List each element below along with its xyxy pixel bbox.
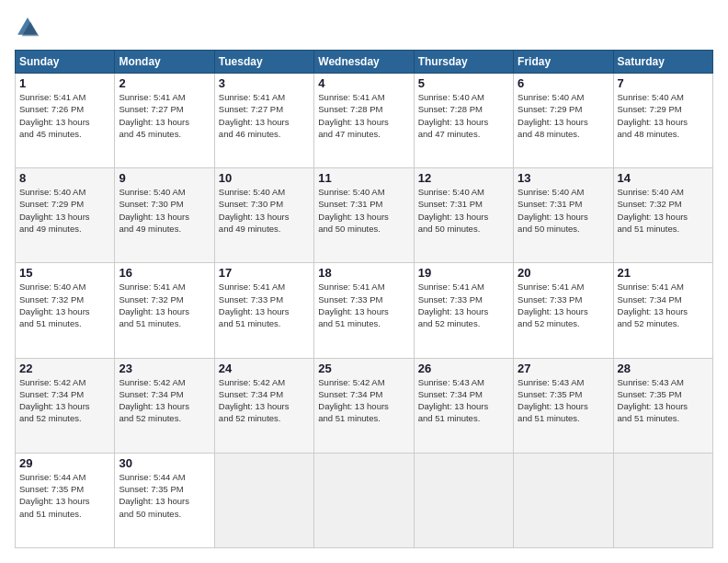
day-number: 11 bbox=[318, 171, 409, 185]
day-info: Sunrise: 5:44 AM Sunset: 7:35 PM Dayligh… bbox=[119, 471, 210, 520]
calendar-cell: 22Sunrise: 5:42 AM Sunset: 7:34 PM Dayli… bbox=[16, 358, 115, 453]
day-info: Sunrise: 5:41 AM Sunset: 7:27 PM Dayligh… bbox=[219, 91, 310, 140]
calendar-cell: 13Sunrise: 5:40 AM Sunset: 7:31 PM Dayli… bbox=[514, 168, 613, 263]
day-number: 15 bbox=[19, 266, 110, 280]
calendar-cell: 14Sunrise: 5:40 AM Sunset: 7:32 PM Dayli… bbox=[613, 168, 712, 263]
day-info: Sunrise: 5:42 AM Sunset: 7:34 PM Dayligh… bbox=[119, 376, 210, 425]
day-number: 23 bbox=[119, 362, 210, 375]
day-info: Sunrise: 5:41 AM Sunset: 7:27 PM Dayligh… bbox=[119, 91, 210, 140]
day-info: Sunrise: 5:40 AM Sunset: 7:28 PM Dayligh… bbox=[418, 91, 509, 140]
day-header-monday: Monday bbox=[115, 51, 214, 74]
day-number: 17 bbox=[219, 266, 310, 280]
day-number: 1 bbox=[19, 76, 110, 90]
calendar-table: SundayMondayTuesdayWednesdayThursdayFrid… bbox=[15, 50, 713, 548]
calendar-cell: 19Sunrise: 5:41 AM Sunset: 7:33 PM Dayli… bbox=[414, 263, 513, 358]
day-number: 12 bbox=[418, 171, 509, 185]
day-info: Sunrise: 5:43 AM Sunset: 7:35 PM Dayligh… bbox=[618, 376, 709, 425]
day-header-tuesday: Tuesday bbox=[214, 51, 313, 74]
day-header-thursday: Thursday bbox=[414, 51, 513, 74]
day-number: 28 bbox=[618, 362, 709, 375]
calendar-week-2: 8Sunrise: 5:40 AM Sunset: 7:29 PM Daylig… bbox=[16, 168, 713, 263]
calendar-cell: 4Sunrise: 5:41 AM Sunset: 7:28 PM Daylig… bbox=[314, 74, 414, 168]
day-number: 14 bbox=[618, 171, 709, 185]
calendar-cell: 5Sunrise: 5:40 AM Sunset: 7:28 PM Daylig… bbox=[414, 74, 513, 168]
calendar-week-1: 1Sunrise: 5:41 AM Sunset: 7:26 PM Daylig… bbox=[16, 74, 713, 168]
day-number: 13 bbox=[518, 171, 609, 185]
calendar-cell: 1Sunrise: 5:41 AM Sunset: 7:26 PM Daylig… bbox=[16, 74, 115, 168]
day-number: 9 bbox=[119, 171, 210, 185]
calendar-cell: 7Sunrise: 5:40 AM Sunset: 7:29 PM Daylig… bbox=[613, 74, 712, 168]
day-number: 7 bbox=[618, 76, 709, 90]
day-info: Sunrise: 5:41 AM Sunset: 7:28 PM Dayligh… bbox=[318, 91, 409, 140]
day-info: Sunrise: 5:41 AM Sunset: 7:33 PM Dayligh… bbox=[518, 281, 609, 329]
calendar-week-3: 15Sunrise: 5:40 AM Sunset: 7:32 PM Dayli… bbox=[16, 263, 713, 358]
calendar-week-5: 29Sunrise: 5:44 AM Sunset: 7:35 PM Dayli… bbox=[16, 453, 713, 547]
day-info: Sunrise: 5:43 AM Sunset: 7:35 PM Dayligh… bbox=[518, 376, 609, 425]
day-info: Sunrise: 5:40 AM Sunset: 7:31 PM Dayligh… bbox=[418, 186, 509, 235]
calendar-cell bbox=[613, 453, 712, 547]
day-info: Sunrise: 5:42 AM Sunset: 7:34 PM Dayligh… bbox=[219, 376, 310, 425]
day-number: 30 bbox=[119, 456, 210, 470]
calendar-cell bbox=[214, 453, 313, 547]
header-row: SundayMondayTuesdayWednesdayThursdayFrid… bbox=[16, 51, 713, 74]
calendar-cell: 12Sunrise: 5:40 AM Sunset: 7:31 PM Dayli… bbox=[414, 168, 513, 263]
day-header-wednesday: Wednesday bbox=[314, 51, 414, 74]
day-info: Sunrise: 5:40 AM Sunset: 7:30 PM Dayligh… bbox=[219, 186, 310, 235]
calendar-cell: 27Sunrise: 5:43 AM Sunset: 7:35 PM Dayli… bbox=[514, 358, 613, 453]
calendar-cell: 15Sunrise: 5:40 AM Sunset: 7:32 PM Dayli… bbox=[16, 263, 115, 358]
day-info: Sunrise: 5:40 AM Sunset: 7:31 PM Dayligh… bbox=[518, 186, 609, 235]
logo bbox=[15, 15, 44, 40]
day-info: Sunrise: 5:40 AM Sunset: 7:32 PM Dayligh… bbox=[618, 186, 709, 235]
day-info: Sunrise: 5:40 AM Sunset: 7:29 PM Dayligh… bbox=[518, 91, 609, 140]
calendar-cell: 24Sunrise: 5:42 AM Sunset: 7:34 PM Dayli… bbox=[214, 358, 313, 453]
header bbox=[15, 15, 713, 40]
day-number: 10 bbox=[219, 171, 310, 185]
day-number: 16 bbox=[119, 266, 210, 280]
day-info: Sunrise: 5:40 AM Sunset: 7:29 PM Dayligh… bbox=[19, 186, 110, 235]
day-info: Sunrise: 5:41 AM Sunset: 7:34 PM Dayligh… bbox=[618, 281, 709, 329]
day-info: Sunrise: 5:43 AM Sunset: 7:34 PM Dayligh… bbox=[418, 376, 509, 425]
calendar-cell: 11Sunrise: 5:40 AM Sunset: 7:31 PM Dayli… bbox=[314, 168, 414, 263]
calendar-cell: 28Sunrise: 5:43 AM Sunset: 7:35 PM Dayli… bbox=[613, 358, 712, 453]
day-info: Sunrise: 5:41 AM Sunset: 7:33 PM Dayligh… bbox=[318, 281, 409, 329]
day-number: 21 bbox=[618, 266, 709, 280]
day-number: 29 bbox=[19, 456, 110, 470]
day-number: 3 bbox=[219, 76, 310, 90]
day-info: Sunrise: 5:41 AM Sunset: 7:26 PM Dayligh… bbox=[19, 91, 110, 140]
day-info: Sunrise: 5:40 AM Sunset: 7:31 PM Dayligh… bbox=[318, 186, 409, 235]
calendar-cell: 20Sunrise: 5:41 AM Sunset: 7:33 PM Dayli… bbox=[514, 263, 613, 358]
day-number: 2 bbox=[119, 76, 210, 90]
day-info: Sunrise: 5:40 AM Sunset: 7:29 PM Dayligh… bbox=[618, 91, 709, 140]
day-number: 6 bbox=[518, 76, 609, 90]
calendar-cell: 23Sunrise: 5:42 AM Sunset: 7:34 PM Dayli… bbox=[115, 358, 214, 453]
day-number: 5 bbox=[418, 76, 509, 90]
calendar-body: 1Sunrise: 5:41 AM Sunset: 7:26 PM Daylig… bbox=[16, 74, 713, 548]
calendar-cell: 2Sunrise: 5:41 AM Sunset: 7:27 PM Daylig… bbox=[115, 74, 214, 168]
calendar-cell: 30Sunrise: 5:44 AM Sunset: 7:35 PM Dayli… bbox=[115, 453, 214, 547]
calendar-cell: 10Sunrise: 5:40 AM Sunset: 7:30 PM Dayli… bbox=[214, 168, 313, 263]
day-number: 20 bbox=[518, 266, 609, 280]
calendar-cell bbox=[414, 453, 513, 547]
calendar-cell: 21Sunrise: 5:41 AM Sunset: 7:34 PM Dayli… bbox=[613, 263, 712, 358]
calendar-cell: 26Sunrise: 5:43 AM Sunset: 7:34 PM Dayli… bbox=[414, 358, 513, 453]
calendar-cell: 25Sunrise: 5:42 AM Sunset: 7:34 PM Dayli… bbox=[314, 358, 414, 453]
page: SundayMondayTuesdayWednesdayThursdayFrid… bbox=[0, 0, 728, 563]
calendar-cell bbox=[314, 453, 414, 547]
day-info: Sunrise: 5:40 AM Sunset: 7:30 PM Dayligh… bbox=[119, 186, 210, 235]
calendar-cell: 16Sunrise: 5:41 AM Sunset: 7:32 PM Dayli… bbox=[115, 263, 214, 358]
calendar-cell: 18Sunrise: 5:41 AM Sunset: 7:33 PM Dayli… bbox=[314, 263, 414, 358]
calendar-cell: 29Sunrise: 5:44 AM Sunset: 7:35 PM Dayli… bbox=[16, 453, 115, 547]
day-info: Sunrise: 5:44 AM Sunset: 7:35 PM Dayligh… bbox=[19, 471, 110, 520]
calendar-week-4: 22Sunrise: 5:42 AM Sunset: 7:34 PM Dayli… bbox=[16, 358, 713, 453]
calendar-cell: 3Sunrise: 5:41 AM Sunset: 7:27 PM Daylig… bbox=[214, 74, 313, 168]
calendar-cell: 17Sunrise: 5:41 AM Sunset: 7:33 PM Dayli… bbox=[214, 263, 313, 358]
day-number: 19 bbox=[418, 266, 509, 280]
day-info: Sunrise: 5:42 AM Sunset: 7:34 PM Dayligh… bbox=[19, 376, 110, 425]
logo-icon bbox=[15, 15, 40, 40]
day-number: 8 bbox=[19, 171, 110, 185]
day-info: Sunrise: 5:41 AM Sunset: 7:32 PM Dayligh… bbox=[119, 281, 210, 329]
calendar-cell: 6Sunrise: 5:40 AM Sunset: 7:29 PM Daylig… bbox=[514, 74, 613, 168]
day-number: 26 bbox=[418, 362, 509, 375]
calendar-cell: 8Sunrise: 5:40 AM Sunset: 7:29 PM Daylig… bbox=[16, 168, 115, 263]
day-number: 25 bbox=[318, 362, 409, 375]
